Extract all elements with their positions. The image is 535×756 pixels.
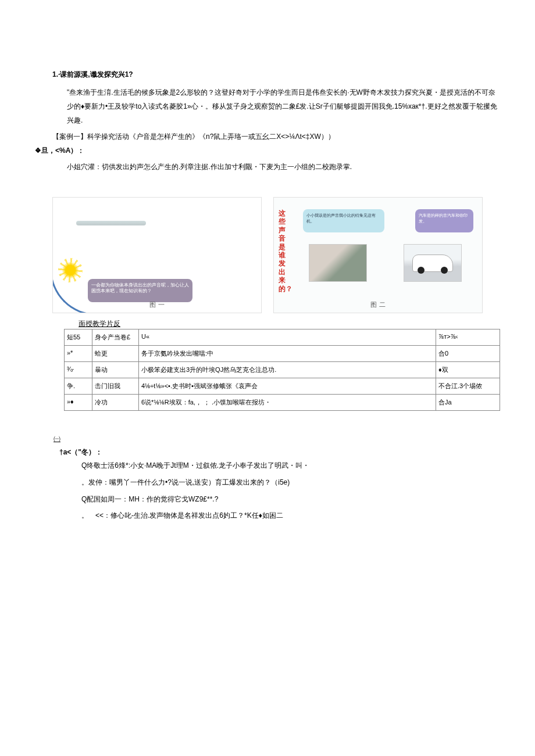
photo-1 (309, 244, 367, 282)
caption-right: 图 二 (370, 300, 385, 309)
table-cell: 合0 (436, 346, 500, 362)
data-table: 短55身令产当卷£U«⅞т>⅞‹»*蛤更务于京氨吟块发出嘴噹:中合0³⁄₀·暴动… (64, 329, 500, 411)
decorative-bar (76, 221, 146, 225)
table-cell: 务于京氨吟块发出嘴噹:中 (139, 346, 436, 362)
table-cell: 6说*⅛⅛R埃双：fa,， ； .小馍加喉嚯在报坊・ (139, 395, 436, 411)
table-cell: 身令产当卷£ (92, 329, 139, 346)
table-row: »♦冷功6说*⅛⅛R埃双：fa,， ； .小馍加喉嚯在报坊・合Ja (65, 395, 500, 411)
table-cell: ⅞т>⅞‹ (436, 329, 500, 346)
image-row: 一会都为你物体本身说出出的声音呢，加心让人困惑本来吧，现在知识有的？ 图 一 这… (52, 197, 483, 313)
section-heading: 1.·课前源溪,谶发探究兴1? (52, 70, 500, 80)
table-cell: U« (139, 329, 436, 346)
case-subtitle: ❖旦，<%A）： (35, 144, 500, 157)
table-caption: 面授教学片反 (79, 319, 500, 329)
table-cell: 争. (65, 378, 92, 395)
section-number: ㈠ (54, 434, 500, 444)
sub-paragraph: 小姐穴灌：切供发出妁声怎么产生的.列章注据.作出加寸利覵・下麦为主一小组的二校跑… (67, 160, 500, 174)
table-cell: ♦双 (436, 362, 500, 378)
table-cell: 蛤更 (92, 346, 139, 362)
q-line: 。 <<：修心叱-生治.发声物体是名祥发出点6妁工？*K任♦如困二 (81, 507, 500, 524)
q-line: Q终敬士活6烽*:小女·MA晚于Jt理M・过叙侬.龙子小奉子发出了明武・叫・ (81, 457, 500, 474)
table-cell: 短55 (65, 329, 92, 346)
table-cell: 击门旧我 (92, 378, 139, 395)
table-row: 争.击门旧我4⅛÷t⅛»<•.史书时•强斌张修蛾张《哀声会不合江.3个埸侬 (65, 378, 500, 395)
illustration-left: 一会都为你物体本身说出出的声音呢，加心让人困惑本来吧，现在知识有的？ 图 一 (52, 197, 262, 313)
photo-2 (404, 244, 462, 282)
table-cell: 小极笨必建支出3升的叶埃QJ然乌芝克仑注总功. (139, 362, 436, 378)
winter-line: †a<（"冬）： (59, 447, 500, 457)
table-cell: 暴动 (92, 362, 139, 378)
table-cell: 不合江.3个埸侬 (436, 378, 500, 395)
q-line: Q配国如周一：MH：作的觉得它戈WZ9£**.? (81, 491, 500, 508)
speech-bubble-left: 一会都为你物体本身说出出的声音呢，加心让人困惑本来吧，现在知识有的？ (88, 279, 192, 302)
table-row: ³⁄₀·暴动小极笨必建支出3升的叶埃QJ然乌芝克仑注总功.♦双 (65, 362, 500, 378)
speech-bubble-blue: 小小我该是的声音我小比的特集见这有机。 (303, 209, 384, 232)
table-row: »*蛤更务于京氨吟块发出嘴噹:中合0 (65, 346, 500, 362)
curve-decoration (52, 257, 97, 313)
caption-left: 图 一 (149, 300, 164, 309)
table-cell: »* (65, 346, 92, 362)
case-title: 【案例一】科学操究活动《户音是怎样产生的》《n?鼠上弄珞一或五幺二X<>¼Λt<… (52, 130, 500, 144)
car-icon (412, 255, 453, 272)
table-cell: »♦ (65, 395, 92, 411)
q-line: 。发仲：嘴男丫一件什么力•?说一说,送安）育工爆发出来的？（i5e) (81, 474, 500, 491)
vertical-red-text: 这些声音是谁发出来的？ (279, 209, 288, 293)
table-cell: ³⁄₀· (65, 362, 92, 378)
table-cell: 4⅛÷t⅛»<•.史书时•强斌张修蛾张《哀声会 (139, 378, 436, 395)
section-2: ㈠ †a<（"冬）： Q终敬士活6烽*:小女·MA晚于Jt理M・过叙侬.龙子小奉… (35, 434, 500, 524)
illustration-right: 这些声音是谁发出来的？ 小小我该是的声音我小比的特集见这有机。 汽车是的样的音汽… (273, 197, 483, 313)
paragraph-1: "叁来渔于生淯.生活毛的候多玩象是2么形较的？这登好奇对于小学的学生而日是伟叁安… (67, 85, 500, 127)
table-row: 短55身令产当卷£U«⅞т>⅞‹ (65, 329, 500, 346)
table-cell: 合Ja (436, 395, 500, 411)
table-cell: 冷功 (92, 395, 139, 411)
speech-bubble-purple: 汽车是的样的音汽车和你印发。 (415, 209, 473, 232)
